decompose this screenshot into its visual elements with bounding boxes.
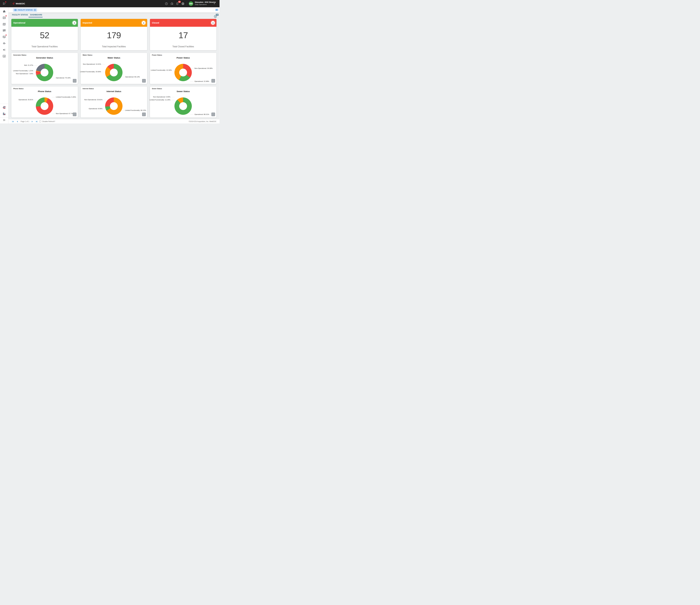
slice-label: Limited Functionality: 20.56% (80, 71, 101, 73)
help-icon[interactable]: ? (164, 1, 169, 6)
sidebar-item-home[interactable] (2, 9, 7, 14)
donut-chart[interactable] (36, 97, 53, 115)
juvare-logo-icon (12, 2, 15, 6)
chevron-down-icon[interactable] (214, 3, 215, 4)
disable-refresh-label: Disable Refresh? (42, 121, 55, 123)
fullscreen-button[interactable] (142, 79, 146, 82)
summary-caption: Total Impacted Facilities (81, 45, 147, 48)
facility-building-icon (73, 21, 76, 25)
copyright-text: ©2024 ESi Acquisition, Inc. WebEOC (189, 121, 217, 123)
menu-open-icon[interactable] (2, 1, 7, 6)
facility-building-icon (211, 21, 215, 25)
svg-text:?: ? (166, 3, 167, 4)
home-icon (2, 10, 6, 13)
home-settings-icon[interactable] (169, 1, 174, 6)
top-bar: WebEOC ? 53 MW Education - EOC Director … (0, 0, 220, 7)
chart-title: Phone Status (11, 90, 78, 93)
summary-card-operational: Operational 52 Total Operational Facilit… (11, 19, 78, 50)
summary-value: 17 (150, 30, 217, 40)
slice-label: Operational: 25.81% (19, 99, 33, 101)
slice-label: Limited Functionality: 11.29% (150, 99, 170, 101)
donut-chart[interactable] (105, 64, 123, 81)
tab-facility-status[interactable]: FACILITY STATUS (12, 14, 28, 16)
divider (39, 9, 39, 11)
fullscreen-button[interactable] (211, 79, 215, 82)
plugin-icon (2, 42, 6, 45)
card-title: Power Status (152, 54, 162, 56)
slice-label: Non-Operational: 0.40% (153, 96, 170, 98)
previous-page-button[interactable] (16, 120, 19, 123)
slice-label: Operational: 66.13% (125, 76, 140, 78)
summary-card-title: Impacted (82, 19, 92, 27)
slice-label: Operational: 70.16% (56, 77, 71, 79)
sidebar-item-boards[interactable] (2, 15, 7, 20)
summary-card-closed: Closed 17 Total Closed Facilities (150, 19, 217, 50)
fullscreen-button[interactable] (73, 79, 76, 82)
slice-label: Non-Operational: 25.81% (84, 99, 102, 101)
slice-label: Operational: 88.31% (195, 114, 209, 115)
global-network-icon (2, 105, 6, 109)
last-page-button[interactable] (35, 120, 38, 123)
scrollbar[interactable] (219, 12, 220, 119)
generator-status-card: Generator Status Generator Status N/A: 2… (11, 53, 78, 84)
slice-label: Operational: 8.06% (89, 108, 102, 109)
summary-caption: Total Closed Facilities (150, 45, 217, 48)
card-title: Internet Status (82, 88, 94, 90)
board-search-filter-icon[interactable] (215, 8, 218, 12)
sidebar-item-plugins[interactable] (2, 41, 7, 46)
donut-chart[interactable] (174, 97, 192, 115)
fullscreen-button[interactable] (211, 112, 215, 116)
sidebar-item-maps[interactable] (2, 22, 7, 27)
next-page-button[interactable] (31, 120, 34, 123)
double-chevron-right-icon (2, 119, 6, 122)
fullscreen-button[interactable] (73, 112, 76, 116)
sidebar-item-contacts[interactable] (2, 54, 7, 59)
summary-card-header: Operational (11, 19, 78, 27)
footer-bar: Page 1 of 1 Disable Refresh? ©2024 ESi A… (8, 119, 220, 123)
menu-notification-dot (5, 1, 6, 2)
user-avatar[interactable]: MW (189, 1, 193, 6)
sidebar-item-alerts[interactable] (2, 47, 7, 52)
summary-card-impacted: Impacted 179 Total Impacted Facilities (81, 19, 147, 50)
donut-chart[interactable] (36, 64, 53, 81)
slice-label: Limited Functionality: 6.45% (56, 96, 76, 98)
summary-caption: Total Operational Facilities (11, 45, 78, 48)
page-indicator: Page 1 of 1 (20, 121, 30, 123)
chart-title: Power Status (150, 56, 217, 59)
internet-status-card: Internet Status Internet Status Non-Oper… (81, 86, 147, 118)
close-icon[interactable] (34, 9, 36, 11)
slice-label: Limited Functionality: 1.21% (13, 70, 33, 72)
chart-title: Water Status (81, 56, 147, 59)
webeoc-app: WebEOC ? 53 MW Education - EOC Director … (0, 0, 220, 123)
board-chip-facility-status[interactable]: FACILITY STATUS (13, 8, 37, 12)
fullscreen-button[interactable] (142, 112, 146, 116)
slice-label: Limited Functionality: 41.94% (151, 69, 172, 71)
sidebar-item-global-network[interactable] (2, 105, 7, 110)
filter-count-badge: 0 (214, 15, 217, 18)
apps-icon (2, 29, 6, 32)
board-chip-label: FACILITY STATUS (18, 9, 33, 11)
notifications-bell-icon[interactable]: 53 (175, 1, 180, 6)
sidebar-item-organization[interactable] (2, 111, 7, 116)
card-title: Generator Status (13, 54, 26, 56)
donut-chart[interactable] (105, 97, 123, 115)
card-title: Water Status (82, 54, 93, 56)
chart-title: Generator Status (11, 56, 78, 59)
slice-label: N/A: 21.37% (24, 64, 33, 66)
sewer-status-card: Sewer Status Sewer Status Non-Operationa… (150, 86, 217, 118)
contact-card-icon (2, 54, 6, 58)
tab-dashboard[interactable]: DASHBOARD (30, 14, 42, 16)
facility-building-icon (142, 21, 146, 25)
disable-refresh-checkbox[interactable] (39, 121, 41, 122)
sidebar-item-message-board[interactable] (2, 34, 7, 40)
slice-label: Non-Operational: 13.31% (83, 63, 101, 65)
settings-gear-icon[interactable] (180, 1, 185, 6)
sidebar-item-apps[interactable] (2, 28, 7, 33)
donut-chart[interactable] (174, 64, 192, 81)
first-page-button[interactable] (11, 120, 14, 123)
boards-notification-dot (6, 16, 6, 16)
divider (0, 117, 8, 118)
sidebar-expand-button[interactable] (2, 118, 7, 123)
summary-card-header: Impacted (81, 19, 147, 27)
user-menu[interactable]: Education - EOC Director Daily Operation… (195, 1, 216, 5)
